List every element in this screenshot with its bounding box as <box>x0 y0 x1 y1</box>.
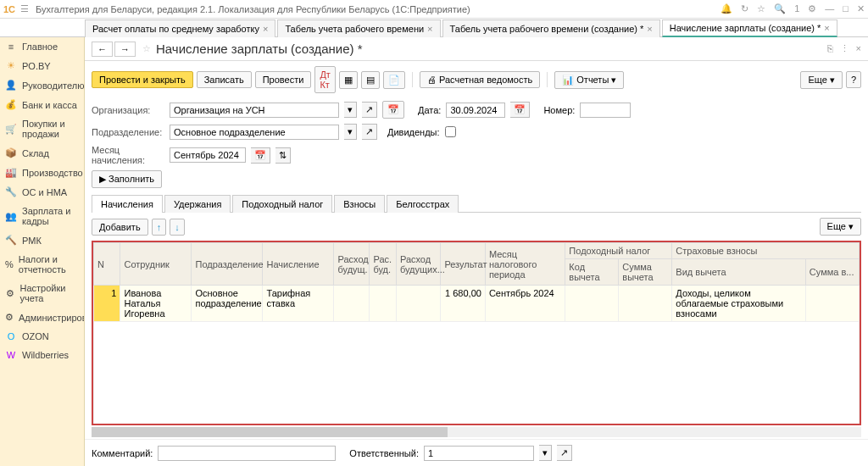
form-button[interactable]: ▦ <box>339 71 358 89</box>
more-button[interactable]: Еще ▾ <box>800 71 842 89</box>
col-exp-future2[interactable]: Расход будущих... <box>396 243 440 286</box>
col-ded-sum[interactable]: Сумма вычета <box>619 259 672 286</box>
cell-result[interactable]: 1 680,00 <box>441 286 485 322</box>
close-icon[interactable]: × <box>263 24 268 34</box>
cell[interactable] <box>334 286 370 322</box>
cell-tax-period[interactable]: Сентябрь 2024 <box>485 286 565 322</box>
col-exp-future[interactable]: Расход будущ. <box>334 243 370 286</box>
cell[interactable] <box>565 286 619 322</box>
comment-input[interactable] <box>158 446 336 461</box>
col-tax-period[interactable]: Месяц налогового периода <box>485 243 565 286</box>
write-button[interactable]: Записать <box>197 71 252 88</box>
help-button[interactable]: ? <box>846 71 861 88</box>
tab-item[interactable]: Начисление зарплаты (создание) *× <box>662 19 837 37</box>
col-employee[interactable]: Сотрудник <box>120 243 192 286</box>
sidebar-item-poby[interactable]: ☀PO.BY <box>0 56 84 75</box>
sidebar-item-admin[interactable]: ⚙Администрирование <box>0 308 84 327</box>
cell-n[interactable]: 1 <box>94 286 120 322</box>
minimize-icon[interactable]: — <box>825 3 834 14</box>
date-input[interactable] <box>446 103 505 118</box>
link-icon[interactable]: ⎘ <box>827 43 833 54</box>
transactions-button[interactable]: ДтКт <box>314 66 336 93</box>
subtab-deductions[interactable]: Удержания <box>164 195 231 213</box>
table-more-button[interactable]: Еще ▾ <box>820 218 861 236</box>
dropdown-icon[interactable]: ▾ <box>344 102 357 118</box>
sidebar-item-manager[interactable]: 👤Руководителю <box>0 75 84 95</box>
dividends-checkbox[interactable] <box>445 126 456 137</box>
subtab-belgosstrakh[interactable]: Белгосстрах <box>387 195 459 213</box>
stepper-icon[interactable]: ⇅ <box>275 147 291 164</box>
col-sum-v[interactable]: Сумма в... <box>805 259 859 286</box>
add-row-button[interactable]: Добавить <box>92 219 148 236</box>
fill-button[interactable]: ▶ Заполнить <box>92 170 162 188</box>
month-input[interactable] <box>170 147 246 163</box>
bell-icon[interactable]: 🔔 <box>721 3 732 14</box>
move-up-button[interactable]: ↑ <box>152 219 167 236</box>
close-icon[interactable]: × <box>647 24 652 34</box>
cell-accrual[interactable]: Тарифная ставка <box>263 286 334 322</box>
move-down-button[interactable]: ↓ <box>170 219 185 236</box>
table-row[interactable]: 1 Иванова Наталья Игоревна Основное подр… <box>94 286 860 322</box>
sidebar-item-wb[interactable]: WWildberries <box>0 346 84 364</box>
print-sheet-button[interactable]: 🖨 Расчетная ведомость <box>420 71 540 88</box>
calendar-icon[interactable]: 📅 <box>510 102 530 118</box>
menu-icon[interactable]: ☰ <box>20 3 29 14</box>
sidebar-item-assets[interactable]: 🔧ОС и НМА <box>0 182 84 202</box>
sidebar-item-taxes[interactable]: %Налоги и отчетность <box>0 250 84 279</box>
tab-item[interactable]: Расчет оплаты по среднему заработку× <box>85 19 275 37</box>
reports-button[interactable]: 📊 Отчеты ▾ <box>554 71 624 89</box>
favorite-icon[interactable]: ☆ <box>142 43 151 54</box>
search-icon[interactable]: 🔍 <box>774 3 786 14</box>
nav-forward-button[interactable]: → <box>114 42 136 57</box>
subtab-income-tax[interactable]: Подоходный налог <box>232 195 332 213</box>
history-icon[interactable]: ↻ <box>741 3 748 14</box>
doc-button[interactable]: 📄 <box>383 71 405 89</box>
tab-item[interactable]: Табель учета рабочего времени× <box>277 19 440 37</box>
responsible-input[interactable] <box>424 446 534 461</box>
cell[interactable] <box>805 286 859 322</box>
close-icon[interactable]: ✕ <box>857 3 865 14</box>
cell-employee[interactable]: Иванова Наталья Игоревна <box>120 286 192 322</box>
col-result[interactable]: Результат <box>441 243 485 286</box>
accruals-table[interactable]: N Сотрудник Подразделение Начисление Рас… <box>92 241 861 425</box>
cell-dept[interactable]: Основное подразделение <box>192 286 263 322</box>
sidebar-item-rmk[interactable]: 🔨РМК <box>0 230 84 250</box>
dropdown-icon[interactable]: ▾ <box>344 124 357 140</box>
sidebar-item-settings[interactable]: ⚙Настройки учета <box>0 279 84 308</box>
calendar-button[interactable]: 📅 <box>382 101 404 119</box>
cell[interactable] <box>396 286 440 322</box>
post-button[interactable]: Провести <box>255 71 312 88</box>
close-icon[interactable]: × <box>856 43 861 54</box>
tab-item[interactable]: Табель учета рабочего времени (создание)… <box>442 19 660 37</box>
subtab-accruals[interactable]: Начисления <box>92 195 163 213</box>
maximize-icon[interactable]: □ <box>843 3 849 14</box>
open-icon[interactable]: ↗ <box>557 445 572 461</box>
list-button[interactable]: ▤ <box>361 71 380 89</box>
menu-icon[interactable]: ⋮ <box>840 43 849 54</box>
star-icon[interactable]: ☆ <box>757 3 765 14</box>
cell[interactable] <box>619 286 672 322</box>
sidebar-item-bank[interactable]: 💰Банк и касса <box>0 95 84 114</box>
cell-insurance-type[interactable]: Доходы, целиком облагаемые страховыми вз… <box>672 286 805 322</box>
col-accrual[interactable]: Начисление <box>263 243 334 286</box>
open-icon[interactable]: ↗ <box>362 124 377 140</box>
post-and-close-button[interactable]: Провести и закрыть <box>92 71 193 88</box>
sidebar-item-ozon[interactable]: OOZON <box>0 327 84 346</box>
close-icon[interactable]: × <box>427 24 432 34</box>
subtab-contributions[interactable]: Взносы <box>334 195 385 213</box>
dept-input[interactable] <box>170 125 339 140</box>
col-dept[interactable]: Подразделение <box>192 243 263 286</box>
col-ded-type[interactable]: Вид вычета <box>672 259 805 286</box>
close-icon[interactable]: × <box>824 23 829 33</box>
col-insurance[interactable]: Страховые взносы <box>672 243 860 259</box>
col-income-tax[interactable]: Подоходный налог <box>565 243 672 259</box>
col-exp-b[interactable]: Рас. буд. <box>370 243 396 286</box>
settings-icon[interactable]: ⚙ <box>808 3 816 14</box>
open-icon[interactable]: ↗ <box>362 102 377 118</box>
sidebar-item-main[interactable]: ≡Главное <box>0 37 84 56</box>
dropdown-icon[interactable]: ▾ <box>539 445 552 461</box>
org-input[interactable] <box>170 103 339 118</box>
col-n[interactable]: N <box>94 243 120 286</box>
sidebar-item-warehouse[interactable]: 📦Склад <box>0 143 84 163</box>
calendar-icon[interactable]: 📅 <box>251 147 270 164</box>
